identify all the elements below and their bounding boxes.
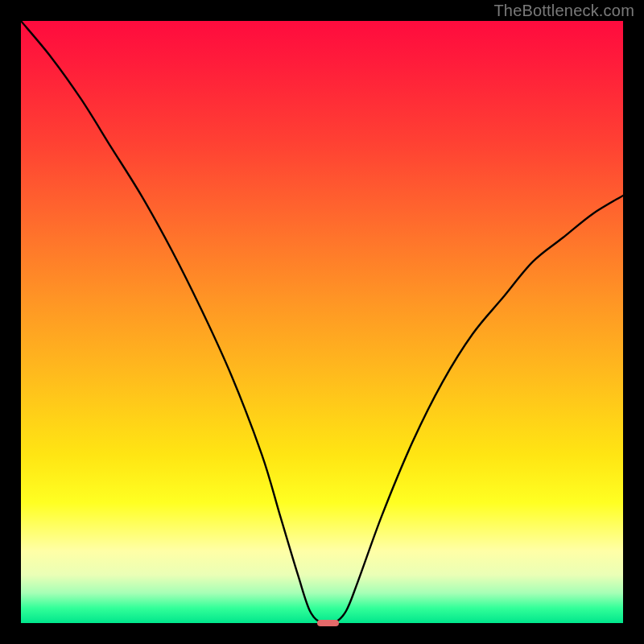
chart-frame: TheBottleneck.com (0, 0, 644, 644)
watermark-text: TheBottleneck.com (493, 2, 634, 20)
optimal-point-marker (317, 620, 338, 627)
plot-heatmap-background (21, 21, 623, 623)
